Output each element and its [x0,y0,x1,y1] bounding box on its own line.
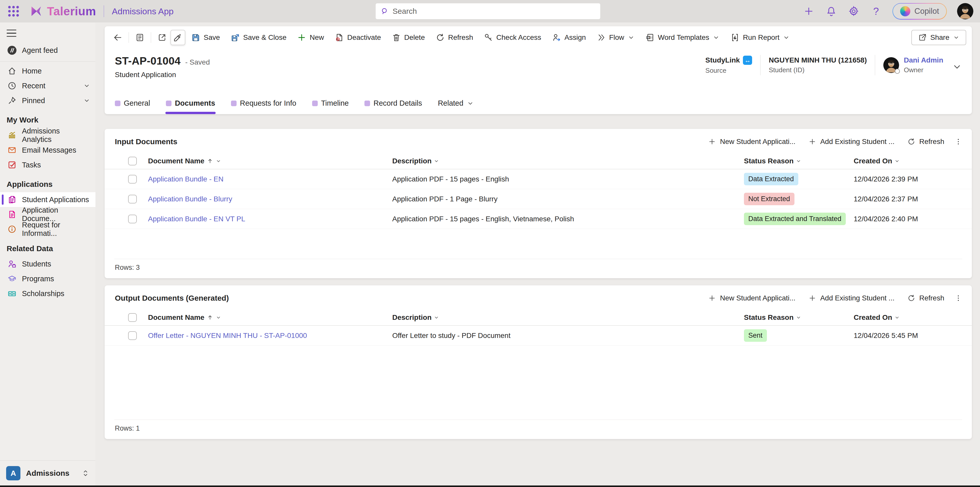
column-header-description[interactable]: Description [392,314,744,321]
add-existing-student-button[interactable]: Add Existing Student ... [803,135,899,149]
column-header-status-reason[interactable]: Status Reason [744,314,854,321]
column-header-description[interactable]: Description [392,157,744,165]
sidebar-item-recent[interactable]: Recent [0,78,95,93]
row-checkbox[interactable] [128,175,137,183]
user-avatar[interactable] [957,3,974,19]
sidebar-item-programs[interactable]: Programs [0,271,95,286]
chevron-down-icon [894,315,900,320]
sidebar-item-label: Admissions Analytics [22,127,90,144]
document-link[interactable]: Application Bundle - Blurry [148,195,232,203]
select-all-checkbox[interactable] [128,313,137,322]
form-tabs: General Documents Requests for Info Time… [105,99,972,114]
command-divider [129,32,129,43]
chevron-down-icon [216,315,221,320]
check-access-button[interactable]: Check Access [479,30,546,45]
column-header-document-name[interactable]: Document Name [148,314,392,321]
tab-timeline[interactable]: Timeline [312,99,349,114]
notifications-button[interactable] [825,5,837,18]
sidebar-item-agent-feed[interactable]: Agent feed [0,42,95,59]
top-right-actions: ? Copilot [803,3,974,20]
flow-button[interactable]: Flow [592,30,640,45]
save-button[interactable]: Save [186,30,225,45]
tab-record-details[interactable]: Record Details [364,99,422,114]
search-input[interactable] [393,7,595,16]
tab-documents[interactable]: Documents [166,99,215,114]
column-header-document-name[interactable]: Document Name [148,157,392,165]
owner-link[interactable]: Dani Admin [904,56,943,64]
chevron-down-icon[interactable] [83,97,90,104]
description-cell: Application PDF - 15 pages - English, Vi… [392,215,574,223]
field-owner: Dani Admin Owner [883,56,943,74]
row-checkbox[interactable] [128,215,137,223]
sidebar-item-students[interactable]: Students [0,256,95,271]
open-in-new-window-button[interactable] [155,30,169,45]
run-report-button[interactable]: Run Report [725,30,795,45]
refresh-grid-button[interactable]: Refresh [903,135,949,149]
share-button[interactable]: Share [912,30,966,45]
row-checkbox[interactable] [128,195,137,204]
chevron-down-icon [894,158,900,164]
more-commands-button[interactable] [953,291,964,305]
save-and-close-button[interactable]: Save & Close [226,30,291,45]
column-header-created-on[interactable]: Created On [854,314,972,321]
new-button[interactable]: New [292,30,329,45]
document-link[interactable]: Offer Letter - NGUYEN MINH THU - ST-AP-0… [148,331,307,340]
owner-avatar[interactable] [883,57,899,73]
copilot-button[interactable]: Copilot [892,3,947,20]
deactivate-button[interactable]: Deactivate [330,30,386,45]
document-link[interactable]: Application Bundle - EN VT PL [148,215,245,223]
nav-toggle-icon[interactable] [6,28,18,38]
sidebar-item-home[interactable]: Home [0,64,95,78]
sidebar-item-tasks[interactable]: Tasks [0,158,95,172]
refresh-grid-button[interactable]: Refresh [903,291,949,305]
delete-button[interactable]: Delete [387,30,430,45]
assign-person-icon [552,33,561,42]
sidebar-item-admissions-analytics[interactable]: Admissions Analytics [0,128,95,143]
expand-header-button[interactable] [953,62,962,71]
chevron-down-icon [628,34,635,41]
sidebar-item-request-for-information[interactable]: Request for Informati... [0,222,95,237]
form-selector-button[interactable] [132,30,147,45]
trash-icon [392,33,401,42]
sidebar-item-student-applications[interactable]: Student Applications [0,192,95,207]
column-header-created-on[interactable]: Created On [854,157,972,165]
settings-button[interactable] [848,5,860,18]
environment-switcher[interactable]: A Admissions [0,460,95,485]
document-link[interactable]: Application Bundle - EN [148,175,224,183]
word-templates-button[interactable]: W Word Templates [641,30,724,45]
tab-related[interactable]: Related [438,99,474,114]
sidebar-item-scholarships[interactable]: Scholarships [0,286,95,301]
tab-general[interactable]: General [115,99,150,114]
svg-text:W: W [647,36,650,39]
deactivate-icon [334,33,344,42]
tab-requests-for-info[interactable]: Requests for Info [231,99,296,114]
select-all-checkbox[interactable] [128,157,137,166]
sidebar-item-pinned[interactable]: Pinned [0,93,95,108]
chevron-down-icon[interactable] [83,82,90,89]
sidebar-item-label: Request for Informati... [22,221,90,238]
global-search[interactable] [375,3,600,19]
sidebar-item-application-documents[interactable]: Application Docume... [0,207,95,222]
new-student-application-button[interactable]: New Student Applicati... [703,291,800,305]
plus-icon [708,138,716,146]
add-existing-student-button[interactable]: Add Existing Student ... [803,291,899,305]
quick-create-button[interactable] [803,5,815,18]
environment-label: Admissions [26,469,69,477]
new-student-application-button[interactable]: New Student Applicati... [703,135,800,149]
document-icon [6,209,18,220]
table-row: Application Bundle - Blurry Application … [105,189,972,209]
column-header-status-reason[interactable]: Status Reason [744,157,854,165]
tab-icon [115,100,121,106]
created-on-cell: 12/04/2026 5:45 PM [854,331,918,340]
back-button[interactable] [110,30,125,45]
assign-button[interactable]: Assign [547,30,591,45]
sidebar: Agent feed Home Recent [0,22,95,485]
app-launcher-icon[interactable] [6,4,21,18]
help-button[interactable]: ? [870,5,882,18]
refresh-button[interactable]: Refresh [431,30,478,45]
row-checkbox[interactable] [128,331,137,340]
chevron-down-icon [467,100,474,107]
more-commands-button[interactable] [953,135,964,149]
sidebar-item-email-messages[interactable]: Email Messages [0,143,95,158]
form-fill-assist-toggle[interactable] [170,30,185,45]
